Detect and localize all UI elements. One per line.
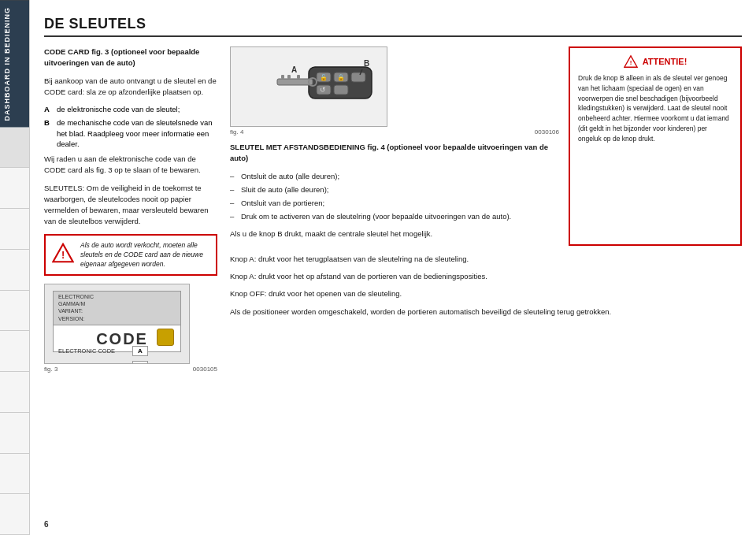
bullet-dash-2: – xyxy=(230,184,238,195)
bottom-line4: Als de positioneer worden omgeschakeld, … xyxy=(230,307,742,318)
key-illustration: A B 🔓 🔒 ↺ xyxy=(238,55,380,118)
sidebar-section-9[interactable] xyxy=(0,454,29,495)
bottom-line3: Knop OFF: drukt voor het openen van de s… xyxy=(230,288,742,299)
bullet-dash-4: – xyxy=(230,211,238,221)
sidebar-sections xyxy=(0,128,29,535)
attentie-header: ! ATTENTIE! xyxy=(578,54,732,69)
right-bottom-left: Knop A: drukt voor het terugplaatsen van… xyxy=(230,254,742,324)
svg-text:A: A xyxy=(291,65,297,74)
para3-text: SLEUTELS: Om de veiligheid in de toekoms… xyxy=(44,183,217,228)
right-top: A B 🔓 🔒 ↺ f xyxy=(230,46,742,246)
bottom-line1: Knop A: drukt voor het terugplaatsen van… xyxy=(230,254,742,265)
sidebar-section-6[interactable] xyxy=(0,331,29,372)
bottom-line2: Knop A: drukt voor het op afstand van de… xyxy=(230,271,742,282)
header-line-2: GAMMA/M xyxy=(58,301,176,307)
remote-bullet-4-text: Druk om te activeren van de sleutelring … xyxy=(241,211,511,221)
fig3-label: fig. 3 xyxy=(44,366,57,373)
sidebar-section-4[interactable] xyxy=(0,250,29,291)
code-card-inner: ELECTRONIC GAMMA/M VARIANT: VERSION: COD… xyxy=(53,291,181,352)
code-card-header: ELECTRONIC GAMMA/M VARIANT: VERSION: xyxy=(54,292,180,326)
remote-bullet-2-text: Sluit de auto (alle deuren); xyxy=(241,184,328,195)
mechanical-code-row: MECHANICAL CODE B xyxy=(58,361,176,363)
remote-key-list: – Ontsluit de auto (alle deuren); – Slui… xyxy=(230,171,559,222)
left-column: CODE CARD fig. 3 (optioneel voor bepaald… xyxy=(44,46,217,527)
bullet-dash-1: – xyxy=(230,171,238,181)
remote-bullet-4: – Druk om te activeren van de sleutelrin… xyxy=(230,211,559,221)
svg-rect-8 xyxy=(277,79,313,85)
bullet-dash-3: – xyxy=(230,198,238,208)
sidebar-tab-label: DASHBOARD IN BEDIENING xyxy=(0,0,29,128)
remote-bullet-2: – Sluit de auto (alle deuren); xyxy=(230,184,559,195)
warning-box: ! Als de auto wordt verkocht, moeten all… xyxy=(44,234,217,276)
svg-text:!: ! xyxy=(629,60,632,67)
svg-rect-11 xyxy=(297,75,300,79)
remote-bullet-1-text: Ontsluit de auto (alle deuren); xyxy=(241,171,339,181)
fig4-ref: 0030106 xyxy=(535,128,559,136)
warning-triangle-icon: ! xyxy=(52,242,74,264)
two-col-layout: CODE CARD fig. 3 (optioneel voor bepaald… xyxy=(44,46,742,527)
right-column: A B 🔓 🔒 ↺ f xyxy=(230,46,742,527)
svg-text:B: B xyxy=(364,59,369,68)
fig4-key-figure: A B 🔓 🔒 ↺ xyxy=(230,46,387,127)
intro-text: CODE CARD fig. 3 (optioneel voor bepaald… xyxy=(44,46,217,69)
electronic-code-label: ELECTRONIC CODE xyxy=(58,347,129,355)
svg-text:!: ! xyxy=(61,250,65,261)
para2-text: Wij raden u aan de elektronische code va… xyxy=(44,154,217,176)
main-content: DE SLEUTELS CODE CARD fig. 3 (optioneel … xyxy=(30,0,756,535)
bullet-b: B de mechanische code van de sleutelsned… xyxy=(44,117,217,149)
right-bottom: Knop A: drukt voor het terugplaatsen van… xyxy=(230,254,742,324)
fig4-wrapper: A B 🔓 🔒 ↺ f xyxy=(230,46,559,136)
sidebar: DASHBOARD IN BEDIENING xyxy=(0,0,30,535)
remote-bullet-1: – Ontsluit de auto (alle deuren); xyxy=(230,171,559,181)
sidebar-section-8[interactable] xyxy=(0,413,29,454)
sidebar-section-10[interactable] xyxy=(0,494,29,535)
svg-rect-7 xyxy=(334,85,348,95)
remote-bullet-3-text: Ontsluit van de portieren; xyxy=(241,198,324,208)
page-number: 6 xyxy=(44,520,49,529)
right-text-col: A B 🔓 🔒 ↺ f xyxy=(230,46,559,246)
bullet-b-text: de mechanische code van de sleutelsnede … xyxy=(57,117,217,149)
svg-rect-5 xyxy=(351,72,365,82)
svg-rect-10 xyxy=(287,75,291,79)
code-word: CODE xyxy=(96,330,148,348)
fig3-container: ELECTRONIC GAMMA/M VARIANT: VERSION: COD… xyxy=(44,284,217,373)
sidebar-section-3[interactable] xyxy=(0,209,29,250)
attentie-box: ! ATTENTIE! Druk de knop B alleen in als… xyxy=(569,46,742,246)
sidebar-section-5[interactable] xyxy=(0,291,29,332)
mechanical-code-value: B xyxy=(132,361,148,363)
code-card-body: CODE ELECTRONIC CODE A MECHANICAL CODE B xyxy=(54,325,180,363)
code-chip-icon xyxy=(157,329,174,346)
header-line-1: ELECTRONIC xyxy=(58,294,176,300)
svg-text:🔒: 🔒 xyxy=(337,73,345,81)
sidebar-section-7[interactable] xyxy=(0,372,29,413)
svg-text:🔓: 🔓 xyxy=(320,73,328,81)
warning-text: Als de auto wordt verkocht, moeten alle … xyxy=(80,240,209,269)
remote-key-title: SLEUTEL MET AFSTANDSBEDIENING fig. 4 (op… xyxy=(230,142,559,165)
attentie-text: Druk de knop B alleen in als de sleutel … xyxy=(578,73,732,143)
bullet-a-letter: A xyxy=(44,104,54,114)
fig3-code-card: ELECTRONIC GAMMA/M VARIANT: VERSION: COD… xyxy=(44,284,190,364)
bullet-b-letter: B xyxy=(44,117,54,149)
mechanical-code-label: MECHANICAL CODE xyxy=(58,362,129,363)
sidebar-section-1[interactable] xyxy=(0,128,29,169)
bullet-a: A de elektronische code van de sleutel; xyxy=(44,104,217,114)
svg-rect-9 xyxy=(281,75,284,79)
para1-text: Bij aankoop van de auto ontvangt u de sl… xyxy=(44,76,217,98)
fig4-label: fig. 4 xyxy=(230,128,243,136)
header-line-4: VERSION: xyxy=(58,316,176,322)
fig3-ref: 0030105 xyxy=(193,366,217,373)
remote-key-para: Als u de knop B drukt, maakt de centrale… xyxy=(230,228,559,240)
remote-bullet-3: – Ontsluit van de portieren; xyxy=(230,198,559,208)
bullet-a-text: de elektronische code van de sleutel; xyxy=(57,104,180,114)
svg-text:↺: ↺ xyxy=(320,86,326,94)
sidebar-section-2[interactable] xyxy=(0,168,29,209)
attentie-warning-icon: ! xyxy=(624,54,638,69)
section-title: DE SLEUTELS xyxy=(44,16,742,37)
header-line-3: VARIANT: xyxy=(58,308,176,314)
attentie-title: ATTENTIE! xyxy=(643,57,687,66)
